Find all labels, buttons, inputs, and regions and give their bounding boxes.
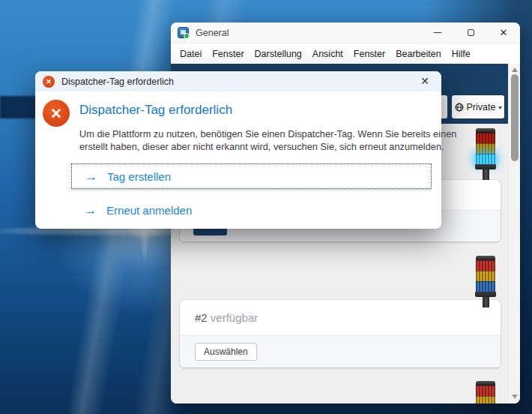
arrow-right-icon: →	[85, 170, 97, 183]
window-title: General	[196, 28, 229, 38]
dialog-title: Dispatcher-Tag erforderlich	[61, 76, 174, 87]
chevron-down-icon: ▾	[498, 104, 501, 111]
menu-bearbeiten[interactable]: Bearbeiten	[390, 46, 446, 62]
item-status: verfügbar	[211, 311, 258, 324]
dialog-message-line2: erstellt haben, dieser aber nicht erkann…	[79, 140, 456, 153]
stack-light-icon-2	[476, 256, 495, 308]
relogin-label: Erneut anmelden	[106, 204, 192, 217]
stack-amber-segment	[476, 143, 495, 154]
stack-blue-segment	[476, 281, 495, 292]
maximize-icon	[468, 29, 474, 36]
dialog-heading: Dispatcher-Tag erforderlich	[79, 103, 232, 118]
item-number: #2	[195, 311, 208, 324]
stack-amber-segment	[476, 271, 495, 281]
stack-base	[475, 164, 496, 170]
menu-hilfe[interactable]: Hilfe	[447, 46, 476, 62]
menu-fenster-2[interactable]: Fenster	[348, 46, 390, 62]
stack-red-segment	[476, 260, 495, 271]
close-button[interactable]: ✕	[487, 22, 520, 43]
window-titlebar[interactable]: General ✕	[171, 22, 520, 44]
scroll-up-icon[interactable]	[512, 68, 518, 72]
stack-pole	[483, 297, 489, 308]
error-circle-icon: ✕	[43, 100, 70, 127]
dialog-message: Um die Plattform zu nutzen, benötigen Si…	[79, 128, 456, 153]
menu-bar: Datei Fenster Darstellung Ansicht Fenste…	[171, 44, 520, 64]
menu-darstellung[interactable]: Darstellung	[250, 46, 307, 62]
select-button[interactable]: Auswählen	[195, 343, 257, 361]
stack-light-icon-1	[476, 128, 495, 180]
globe-icon	[455, 103, 464, 112]
menu-datei[interactable]: Datei	[175, 46, 207, 62]
dialog-body: ✕ Dispatcher-Tag erforderlich Um die Pla…	[35, 92, 441, 229]
minimize-icon	[434, 32, 441, 33]
private-dropdown-button[interactable]: Private ▾	[452, 95, 504, 118]
list-card-2-header: #2 verfügbar	[180, 300, 501, 335]
create-tag-label: Tag erstellen	[107, 170, 171, 183]
vertical-scrollbar[interactable]	[508, 64, 520, 404]
dialog-titlebar[interactable]: ✕ Dispatcher-Tag erforderlich ✕	[35, 71, 441, 92]
dialog-close-button[interactable]: ✕	[420, 75, 429, 87]
menu-ansicht[interactable]: Ansicht	[307, 46, 348, 62]
scrollbar-thumb[interactable]	[511, 74, 519, 161]
stack-red-segment	[476, 133, 495, 143]
dispatcher-tag-dialog: ✕ Dispatcher-Tag erforderlich ✕ ✕ Dispat…	[35, 71, 441, 229]
arrow-right-icon: →	[84, 204, 97, 217]
stack-blue-segment-lit	[476, 154, 495, 164]
relogin-link[interactable]: → Erneut anmelden	[71, 200, 192, 220]
create-tag-link[interactable]: → Tag erstellen	[71, 164, 432, 189]
scroll-down-icon[interactable]	[512, 394, 518, 399]
stack-amber-segment	[476, 396, 495, 404]
stack-red-segment	[476, 386, 495, 396]
private-button-label: Private	[467, 102, 496, 112]
minimize-button[interactable]	[421, 22, 454, 43]
maximize-button[interactable]	[454, 22, 487, 43]
list-card-2-footer: Auswählen	[180, 335, 501, 368]
menu-fenster-1[interactable]: Fenster	[207, 46, 249, 62]
stack-light-icon-3	[476, 381, 495, 404]
error-badge-icon: ✕	[43, 76, 55, 88]
stack-base	[475, 292, 496, 297]
stack-pole	[483, 170, 489, 180]
general-app-icon	[178, 27, 189, 38]
dialog-message-line1: Um die Plattform zu nutzen, benötigen Si…	[79, 128, 456, 140]
list-card-2: #2 verfügbar Auswählen	[180, 300, 501, 368]
close-icon: ✕	[500, 27, 508, 38]
